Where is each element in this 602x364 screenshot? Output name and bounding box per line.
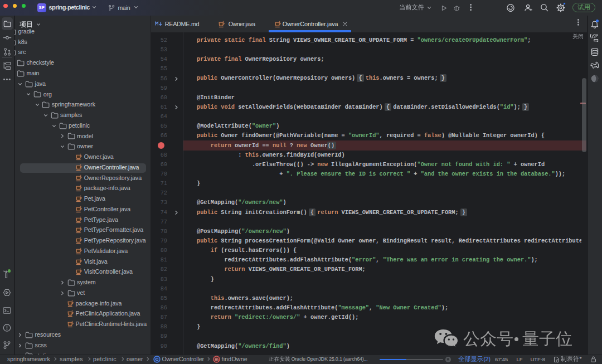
svg-text:C: C — [155, 357, 158, 362]
svg-text:m: m — [215, 357, 219, 362]
